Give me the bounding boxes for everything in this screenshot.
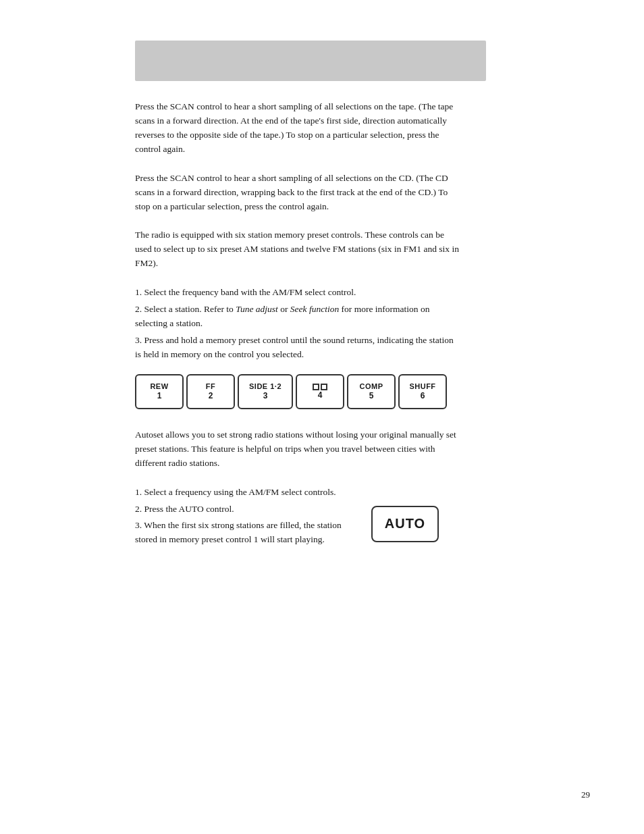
gray-header-image [135, 41, 486, 81]
preset-btn-side-label: SIDE 1·2 [249, 382, 281, 391]
preset-btn-ff-number: 2 [209, 391, 213, 400]
preset-btn-side-number: 3 [263, 391, 268, 400]
auto-btn-container: AUTO [371, 506, 439, 542]
auto-step-2: 2. Press the AUTO control. [135, 502, 351, 517]
preset-step-2: 2. Select a station. Refer to Tune adjus… [135, 303, 459, 331]
preset-btn-shuff-number: 6 [421, 391, 425, 400]
preset-btn-comp[interactable]: COMP 5 [347, 374, 396, 409]
preset-steps: 1. Select the frequency band with the AM… [135, 286, 459, 362]
preset-btn-rew[interactable]: REW 1 [135, 374, 184, 409]
dd-square-right [321, 384, 327, 390]
auto-step-3: 3. When the first six strong stations ar… [135, 519, 351, 547]
dd-square-left [313, 384, 319, 390]
auto-section: 1. Select a frequency using the AM/FM se… [135, 486, 590, 550]
preset-btn-ff-label: FF [206, 382, 215, 391]
auto-button[interactable]: AUTO [371, 506, 439, 542]
page-container: Press the SCAN control to hear a short s… [0, 0, 644, 834]
tape-scan-paragraph: Press the SCAN control to hear a short s… [135, 100, 459, 157]
auto-steps: 1. Select a frequency using the AM/FM se… [135, 486, 351, 550]
cd-scan-paragraph: Press the SCAN control to hear a short s… [135, 172, 459, 214]
preset-btn-comp-label: COMP [360, 382, 383, 391]
preset-step-3: 3. Press and hold a memory preset contro… [135, 334, 459, 362]
preset-step-1: 1. Select the frequency band with the AM… [135, 286, 459, 300]
auto-step-1: 1. Select a frequency using the AM/FM se… [135, 486, 351, 500]
preset-buttons-row: REW 1 FF 2 SIDE 1·2 3 4 COMP 5 SHUFF [135, 374, 459, 409]
preset-btn-shuff-label: SHUFF [409, 382, 435, 391]
preset-btn-comp-number: 5 [369, 391, 374, 400]
autoset-intro-paragraph: Autoset allows you to set strong radio s… [135, 428, 459, 471]
page-number: 29 [581, 789, 590, 800]
preset-btn-dd-number: 4 [318, 390, 323, 400]
preset-btn-dd[interactable]: 4 [296, 374, 344, 409]
preset-intro-paragraph: The radio is equipped with six station m… [135, 228, 459, 271]
preset-btn-rew-label: REW [150, 382, 168, 391]
preset-btn-shuff[interactable]: SHUFF 6 [398, 374, 447, 409]
dd-icon [313, 384, 327, 390]
preset-btn-ff[interactable]: FF 2 [186, 374, 235, 409]
preset-btn-side[interactable]: SIDE 1·2 3 [238, 374, 293, 409]
preset-btn-rew-number: 1 [157, 391, 162, 400]
